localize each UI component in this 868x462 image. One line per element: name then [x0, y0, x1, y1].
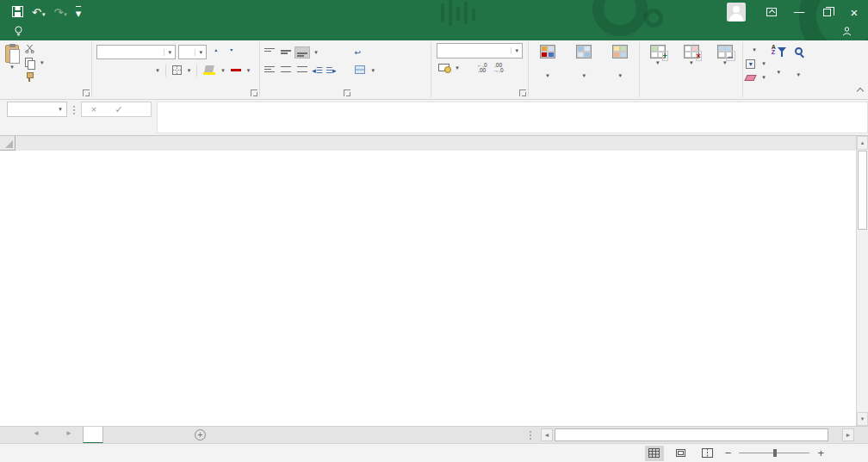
accounting-dropdown-icon[interactable]: ▾	[456, 65, 459, 71]
close-icon[interactable]: ×	[840, 0, 868, 24]
font-dialog-launcher-icon[interactable]	[251, 89, 257, 96]
copy-dropdown-icon[interactable]: ▾	[40, 60, 44, 65]
alignment-dialog-launcher-icon[interactable]	[344, 89, 350, 96]
tab-bar-splitter[interactable]	[530, 431, 531, 440]
increase-indent-icon[interactable]: ☰▸	[326, 66, 337, 75]
autosum-dropdown-icon[interactable]: ▾	[753, 47, 756, 52]
merge-center-dropdown-icon[interactable]: ▾	[372, 68, 375, 73]
vertical-scrollbar[interactable]: ▴ ▾	[856, 136, 868, 426]
number-format-select[interactable]: ▾	[437, 43, 523, 59]
formula-bar-handle[interactable]	[73, 106, 75, 114]
cell-styles-button[interactable]: ▾	[608, 42, 632, 87]
save-icon[interactable]	[12, 6, 23, 19]
formula-input[interactable]	[157, 102, 868, 133]
paste-dropdown-icon[interactable]: ▾	[10, 65, 14, 70]
scroll-up-icon[interactable]: ▴	[857, 136, 868, 150]
chevron-down-icon: ▾	[511, 47, 522, 54]
alignment-group-right: ↩ ▾	[352, 40, 431, 99]
tell-me-box[interactable]	[14, 24, 28, 40]
cells-group-label	[641, 87, 741, 99]
copy-button[interactable]: ▾	[23, 56, 46, 70]
wrap-text-button[interactable]: ↩	[353, 43, 431, 61]
decrease-decimal-icon[interactable]: .00→.0	[493, 63, 504, 73]
increase-decimal-icon[interactable]: ←.0.00	[477, 63, 487, 73]
horizontal-scrollbar[interactable]: ◄ ►	[541, 428, 854, 441]
scroll-left-icon[interactable]: ◄	[541, 428, 553, 441]
normal-view-icon[interactable]	[645, 446, 664, 461]
merge-center-button[interactable]: ▾	[353, 61, 431, 79]
zoom-slider-thumb[interactable]	[773, 449, 777, 457]
find-select-button[interactable]: ▾	[790, 42, 807, 87]
zoom-slider[interactable]	[739, 453, 809, 453]
fill-color-button[interactable]	[203, 65, 215, 75]
paint-bucket-icon	[204, 65, 214, 72]
delete-cells-button[interactable]: × ▾	[679, 42, 704, 87]
page-layout-view-icon[interactable]	[672, 446, 691, 461]
sheet-nav-left-icon[interactable]: ◄	[33, 429, 40, 437]
align-right-icon[interactable]	[295, 65, 309, 76]
customize-qat-icon[interactable]: ▾	[76, 6, 82, 19]
align-left-icon[interactable]	[263, 65, 276, 76]
accounting-format-icon[interactable]	[438, 64, 450, 71]
underline-dropdown-icon[interactable]: ▾	[156, 68, 159, 73]
align-center-icon[interactable]	[279, 65, 293, 76]
cut-button[interactable]	[23, 42, 46, 56]
select-all-corner[interactable]	[0, 136, 16, 151]
insert-dropdown-icon[interactable]: ▾	[656, 60, 660, 65]
sort-filter-button[interactable]: AZ ▾	[767, 42, 790, 87]
insert-cells-button[interactable]: + ▾	[646, 42, 670, 87]
format-as-table-icon	[576, 45, 592, 59]
orientation-dropdown-icon[interactable]: ▾	[314, 50, 318, 55]
clear-dropdown-icon[interactable]: ▾	[762, 75, 766, 80]
fill-button[interactable]: ▾ ▾	[744, 57, 767, 71]
scroll-down-icon[interactable]: ▾	[857, 412, 868, 426]
borders-dropdown-icon[interactable]: ▾	[188, 68, 191, 73]
clear-button[interactable]: ▾	[744, 71, 767, 84]
font-size-select[interactable]: ▾	[178, 45, 207, 59]
top-align-icon[interactable]	[263, 47, 276, 58]
middle-align-icon[interactable]	[279, 47, 293, 58]
name-box[interactable]: ▾	[7, 102, 67, 117]
scroll-right-icon[interactable]: ►	[842, 428, 854, 441]
paste-button[interactable]: ▾	[1, 42, 23, 87]
page-break-preview-icon[interactable]	[698, 446, 717, 461]
redo-icon: ↷▾	[53, 7, 66, 18]
autosum-button[interactable]: ▾	[744, 43, 767, 57]
name-box-dropdown-icon[interactable]: ▾	[54, 106, 66, 113]
clipboard-dialog-launcher-icon[interactable]	[83, 89, 90, 96]
sheet-tab-active[interactable]	[83, 427, 103, 444]
bottom-align-icon[interactable]	[295, 47, 309, 58]
font-color-dropdown-icon[interactable]: ▾	[247, 68, 251, 73]
borders-icon[interactable]	[172, 65, 182, 75]
format-cells-button[interactable]: ↔ ▾	[713, 42, 737, 87]
font-color-button[interactable]	[231, 69, 241, 71]
enter-icon[interactable]: ✓	[115, 104, 123, 115]
vertical-scroll-thumb[interactable]	[858, 151, 867, 230]
fill-color-dropdown-icon[interactable]: ▾	[221, 68, 225, 73]
ribbon-tab-row	[0, 24, 868, 40]
decrease-font-size-button[interactable]: ▾	[225, 46, 238, 57]
minimize-icon[interactable]: —	[785, 0, 813, 24]
decrease-indent-icon[interactable]: ◂☰	[312, 66, 323, 75]
undo-icon[interactable]: ↶▾	[32, 7, 45, 18]
ribbon-display-options-icon[interactable]	[758, 0, 785, 24]
window-chrome: ↶▾ ↷▾ ▾ — ×	[0, 0, 868, 40]
number-dialog-launcher-icon[interactable]	[519, 89, 526, 96]
user-avatar[interactable]	[727, 3, 746, 22]
new-sheet-icon[interactable]: +	[195, 429, 206, 440]
share-button[interactable]	[842, 24, 868, 40]
increase-font-size-button[interactable]: ▴	[209, 46, 222, 58]
zoom-out-icon[interactable]: −	[725, 447, 732, 459]
format-as-table-button[interactable]: ▾	[572, 42, 596, 87]
font-color-bar	[231, 69, 241, 71]
cancel-icon[interactable]: ×	[91, 104, 96, 114]
sheet-nav-right-icon[interactable]: ►	[65, 429, 72, 437]
delete-dropdown-icon[interactable]: ▾	[690, 60, 693, 65]
font-family-select[interactable]: ▾	[96, 45, 176, 59]
horizontal-scroll-thumb[interactable]	[555, 428, 828, 441]
restore-icon[interactable]	[813, 0, 840, 24]
zoom-in-icon[interactable]: +	[817, 447, 824, 459]
conditional-formatting-button[interactable]: ▾	[536, 42, 560, 87]
format-painter-button[interactable]	[23, 70, 46, 83]
fill-dropdown-icon[interactable]: ▾	[762, 61, 766, 66]
